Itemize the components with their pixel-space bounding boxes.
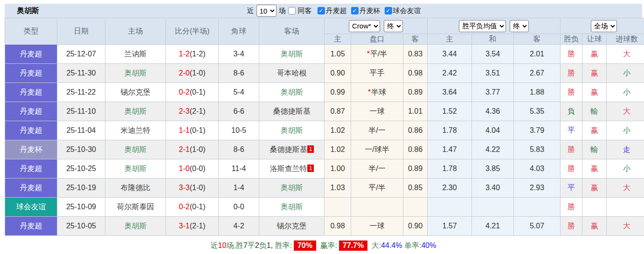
score-cell: 1-0(0-0) (166, 159, 219, 178)
filter-label: 球会友谊 (393, 7, 421, 15)
goals-result-cell: 小 (607, 159, 644, 178)
result-cell: 負 (561, 102, 582, 121)
result-cell: 勝 (561, 198, 582, 217)
away-odds-cell: 1.01 (403, 102, 428, 121)
mean-away-cell: 5.07 (514, 217, 561, 236)
score-cell: 2-3(2-1) (166, 102, 219, 121)
home-odds-cell: 0.87 (325, 102, 351, 121)
sub-header-handicap-result: 让球 (582, 34, 607, 45)
away-team-cell: 洛斯查兰特1 (259, 159, 325, 178)
handicap-cell: 半/一 (351, 121, 403, 140)
halftime-score: (1-0) (190, 69, 206, 77)
sub-header-mean-away: 客 (514, 34, 561, 45)
halftime-score: (2-1) (190, 222, 206, 230)
league-type-cell: 丹麦超 (5, 159, 57, 178)
mean-draw-cell (472, 198, 514, 217)
league-type-cell: 球会友谊 (5, 198, 57, 217)
league-type-cell: 丹麦超 (5, 217, 57, 236)
summary-segment: 44.4% (381, 241, 402, 250)
corner-cell: 0-0 (219, 198, 259, 217)
league-type-cell: 丹麦超 (5, 178, 57, 198)
handicap-cell: 一球 (351, 102, 403, 121)
group-header-row: 类型 日期 主场 比分(半场) 角球 客场 Crow*终 胜平负均值终 全场 (5, 18, 644, 34)
result-cell: 勝 (561, 45, 582, 64)
home-odds-cell: 1.02 (325, 121, 351, 140)
match-table-body: 丹麦超25-12-07兰讷斯1-2(1-2)3-4奥胡斯1.05*平/半0.83… (5, 45, 644, 236)
handicap-cell: *半球 (351, 83, 403, 102)
summary-segment: 胜率: (275, 241, 291, 251)
sub-header-result: 胜负 (561, 34, 582, 45)
handicap-result-cell: 赢 (582, 217, 607, 236)
away-team-cell: 桑德捷斯基 (259, 102, 325, 121)
score-cell: 2-1(1-0) (166, 140, 219, 159)
note-badge[interactable]: 1 (307, 165, 313, 172)
date-cell: 25-12-07 (57, 45, 105, 64)
match-row: 丹麦超25-11-30奥胡斯2-0(1-0)8-6哥本哈根0.90平手0.982… (5, 64, 644, 83)
handicap-result-cell: 赢 (582, 121, 607, 140)
halftime-score: (0-1) (190, 88, 206, 96)
handicap-result-cell: 赢 (582, 83, 607, 102)
filter-checkbox[interactable]: ✓ (384, 7, 392, 14)
col-header-home: 主场 (105, 18, 166, 45)
odds-company-select[interactable]: Crow* (349, 20, 380, 32)
mean-draw-cell: 3.54 (472, 45, 514, 64)
match-row: 球会友谊25-10-09荷尔斯泰因0-2(0-1)0-0奥胡斯勝 (5, 198, 644, 217)
match-history-panel: 奥胡斯 近 10 场 同客 ✓丹麦超✓丹麦杯✓球会友谊 类型 日期 主场 比分(… (5, 4, 642, 254)
handicap-cell: 半/一 (351, 159, 403, 178)
mean-home-cell: 2.30 (428, 178, 472, 198)
corner-cell: 3-4 (219, 45, 259, 64)
note-badge[interactable]: 1 (307, 145, 313, 153)
corner-cell: 10-5 (219, 121, 259, 140)
summary-segment: 近 (211, 241, 218, 251)
filter-checkbox[interactable]: ✓ (317, 7, 325, 14)
result-cell: 平 (561, 121, 582, 140)
match-row: 丹麦超25-10-25奥胡斯1-0(0-0)11-4洛斯查兰特11.00半/一0… (5, 159, 644, 178)
mean-home-cell: 2.42 (428, 64, 472, 83)
sub-header-odds-home: 主 (325, 34, 351, 45)
recent-label: 近 (247, 7, 254, 15)
league-type-cell: 丹麦超 (5, 102, 57, 121)
away-team-cell: 奥胡斯 (259, 178, 325, 198)
filter-controls: 近 10 场 同客 ✓丹麦超✓丹麦杯✓球会友谊 (247, 5, 421, 17)
away-odds-cell: 0.98 (403, 64, 428, 83)
date-cell: 25-11-10 (57, 102, 105, 121)
match-row: 丹麦超25-11-22锡尔克堡0-2(0-1)5-4奥胡斯0.99*半球0.89… (5, 83, 644, 102)
result-cell: 勝 (561, 217, 582, 236)
date-cell: 25-10-25 (57, 159, 105, 178)
fulltime-score: 1-0 (179, 165, 190, 172)
handicap-result-cell (582, 198, 607, 217)
mean-home-cell: 1.52 (428, 102, 472, 121)
league-type-cell: 丹麦超 (5, 45, 57, 64)
team-title: 奥胡斯 (17, 6, 39, 16)
handicap-cell: 平/半 (351, 178, 403, 198)
summary-segment: 10 (218, 241, 227, 250)
fulltime-score: 1-1 (179, 126, 190, 134)
goals-result-cell: 大 (607, 178, 644, 198)
match-row: 丹麦超25-11-04米迪兰特1-1(0-1)10-5奥胡斯1.02半/一0.8… (5, 121, 644, 140)
recent-count-select[interactable]: 10 (256, 5, 276, 17)
fulltime-score: 2-3 (179, 107, 190, 115)
away-team-cell: 奥胡斯 (259, 121, 325, 140)
mean-home-cell: 3.64 (428, 83, 472, 102)
home-team-cell: 奥胡斯 (105, 140, 166, 159)
mean-away-cell: 1.88 (514, 83, 561, 102)
date-cell: 25-10-05 (57, 217, 105, 236)
mean-type-select[interactable]: 胜平负均值 (459, 20, 506, 32)
same-venue-checkbox[interactable] (288, 7, 295, 14)
home-team-cell: 锡尔克堡 (105, 83, 166, 102)
filter-checkbox[interactable]: ✓ (351, 7, 358, 14)
scope-select[interactable]: 全场 (591, 20, 617, 32)
mean-away-cell: 4.03 (514, 159, 561, 178)
odds-time-select[interactable]: 终 (384, 20, 403, 32)
handicap-cell: *平/半 (351, 45, 403, 64)
mean-time-select[interactable]: 终 (510, 20, 529, 32)
result-cell: 平 (561, 178, 582, 198)
topbar: 奥胡斯 近 10 场 同客 ✓丹麦超✓丹麦杯✓球会友谊 (5, 4, 642, 18)
fulltime-score: 0-2 (179, 203, 190, 211)
summary-segment: 大: (369, 241, 381, 251)
summary-segment: 胜 (236, 241, 243, 251)
summary-segment: 40% (421, 241, 436, 250)
mean-away-cell: 2.01 (514, 45, 561, 64)
home-odds-cell: 0.90 (325, 64, 351, 83)
halftime-score: (1-0) (190, 184, 206, 192)
